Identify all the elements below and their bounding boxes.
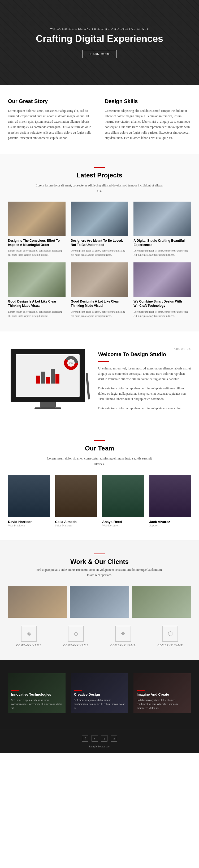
client-image-1 bbox=[8, 586, 67, 618]
about-text-3: Duis aute irure dolor in reprehen derit … bbox=[98, 406, 191, 411]
chart-bar-2 bbox=[41, 372, 45, 383]
project-text-1: Lorem ipsum dolor sit amet, consectetur … bbox=[8, 249, 66, 257]
social-facebook[interactable]: f bbox=[82, 735, 88, 742]
logo-name-2: COMPANY NAME bbox=[55, 644, 97, 647]
logo-name-1: COMPANY NAME bbox=[8, 644, 50, 647]
team-name-2: Celia Almeda bbox=[55, 520, 97, 524]
project-image-5 bbox=[71, 262, 128, 297]
logo-item-4: ⬡ COMPANY NAME bbox=[150, 626, 191, 647]
logo-item-2: ◇ COMPANY NAME bbox=[55, 626, 97, 647]
monitor-screen: 75% bbox=[16, 354, 79, 397]
projects-header: Latest Projects Lorem ipsum dolor sit am… bbox=[8, 167, 191, 194]
pie-chart: 75% bbox=[64, 355, 78, 371]
chart-bar-4 bbox=[51, 369, 55, 383]
project-title-4: Good Design Is A Lot Like Clear Thinking… bbox=[8, 300, 66, 308]
monitor-stand bbox=[40, 402, 56, 407]
hero-section: we combine design, thinking and digital … bbox=[0, 0, 199, 85]
social-links: f t g in bbox=[8, 735, 191, 742]
project-image-4 bbox=[8, 262, 66, 297]
logo-name-4: COMPANY NAME bbox=[150, 644, 191, 647]
bottom-accent-2 bbox=[74, 690, 82, 691]
logo-icon-4: ⬡ bbox=[162, 626, 178, 642]
work-sub: Sed ut perspiciatis unde omnis iste natu… bbox=[33, 567, 166, 578]
team-member-3: Anaya Reed Web Designer bbox=[102, 475, 144, 527]
project-item-5: Good Design Is A Lot Like Clear Thinking… bbox=[71, 262, 128, 318]
about-text-col: About Us Welcome To Design Studio Ut eni… bbox=[98, 347, 191, 411]
work-heading: Work & Our Clients bbox=[8, 558, 191, 565]
about-red-line bbox=[98, 361, 109, 362]
about-heading: Welcome To Design Studio bbox=[98, 351, 191, 358]
team-photo-anaya bbox=[102, 475, 144, 517]
logo-item-3: ❖ COMPANY NAME bbox=[102, 626, 144, 647]
team-member-1: David Harrison Vice President bbox=[8, 475, 50, 527]
bottom-text-2: Sed rhoncus agentales felis, ament condi… bbox=[74, 698, 125, 710]
about-image-col: 75% bbox=[8, 349, 88, 409]
work-red-line bbox=[94, 554, 105, 554]
chart-bar-3 bbox=[46, 377, 50, 383]
project-text-2: Lorem ipsum dolor sit amet, consectetur … bbox=[71, 249, 128, 257]
project-title-1: Design Is The Conscious Effort To Impose… bbox=[8, 239, 66, 247]
project-text-3: Lorem ipsum dolor sit amet, consectetur … bbox=[133, 249, 191, 257]
logo-icon-2: ◇ bbox=[68, 626, 84, 642]
social-linkedin[interactable]: in bbox=[111, 735, 117, 742]
about-label: About Us bbox=[98, 347, 191, 350]
chart-bars bbox=[34, 368, 62, 383]
projects-heading: Latest Projects bbox=[8, 172, 191, 179]
story-heading: Our Great Story bbox=[8, 98, 94, 104]
client-image-2 bbox=[70, 586, 129, 618]
chart-bar-5 bbox=[56, 374, 60, 383]
social-google[interactable]: g bbox=[101, 735, 107, 742]
bottom-image-3: Imagine And Create Sed rhoncus agentales… bbox=[133, 673, 191, 713]
hero-title: Crafting Digital Experiences bbox=[36, 33, 163, 44]
work-clients-section: Work & Our Clients Sed ut perspiciatis u… bbox=[0, 540, 199, 660]
team-red-line bbox=[94, 440, 105, 441]
bottom-image-2: Creative Design Sed rhoncus agentales fe… bbox=[71, 673, 128, 713]
hero-sub: we combine design, thinking and digital … bbox=[50, 27, 149, 30]
team-sub: Lorem ipsum dolor sit amet, consectetur … bbox=[46, 456, 153, 467]
project-item-3: A Digital Studio Crafting Beautiful Expe… bbox=[133, 202, 191, 257]
project-item-1: Design Is The Conscious Effort To Impose… bbox=[8, 202, 66, 257]
bottom-text-3: Sed rhoncus agentales felis, at amer con… bbox=[137, 698, 188, 710]
skills-col: Design Skills Consectetur adipiscing eli… bbox=[105, 98, 191, 141]
bottom-overlay-2: Creative Design Sed rhoncus agentales fe… bbox=[71, 673, 128, 713]
project-item-4: Good Design Is A Lot Like Clear Thinking… bbox=[8, 262, 66, 318]
team-member-2: Celia Almeda Sales Manager bbox=[55, 475, 97, 527]
team-role-3: Web Designer bbox=[102, 524, 144, 527]
team-section: Our Team Lorem ipsum dolor sit amet, con… bbox=[0, 427, 199, 540]
bottom-title-2: Creative Design bbox=[74, 692, 125, 696]
about-section: 75% About Us Welcome To Design Studio Ut… bbox=[0, 332, 199, 427]
svg-text:75%: 75% bbox=[69, 362, 73, 365]
team-name-4: Jack Alvarez bbox=[150, 520, 191, 524]
team-role-1: Vice President bbox=[8, 524, 50, 527]
work-header: Work & Our Clients Sed ut perspiciatis u… bbox=[8, 554, 191, 578]
team-name-1: David Harrison bbox=[8, 520, 50, 524]
chart-bar-1 bbox=[36, 376, 40, 383]
project-image-2 bbox=[71, 202, 128, 236]
social-twitter[interactable]: t bbox=[92, 735, 98, 742]
bottom-item-3: Imagine And Create Sed rhoncus agentales… bbox=[133, 673, 191, 716]
team-role-4: Support bbox=[150, 524, 191, 527]
team-photo-jack bbox=[150, 475, 191, 517]
bottom-grid: Innovative Technologies Sed rhoncus agen… bbox=[8, 673, 191, 716]
about-text-2: Duis aute irure dolor in reprehen derit … bbox=[98, 386, 191, 402]
project-title-2: Designers Are Meant To Be Loved, Not To … bbox=[71, 239, 128, 247]
bottom-item-2: Creative Design Sed rhoncus agentales fe… bbox=[71, 673, 128, 716]
bottom-overlay-1: Innovative Technologies Sed rhoncus agen… bbox=[8, 673, 66, 713]
footer: f t g in Sample footer text bbox=[0, 730, 199, 753]
red-accent-line bbox=[94, 167, 105, 168]
bottom-accent-3 bbox=[137, 690, 144, 691]
hero-cta-button[interactable]: LEARN MORE bbox=[82, 50, 117, 58]
project-title-3: A Digital Studio Crafting Beautiful Expe… bbox=[133, 239, 191, 247]
footer-text: Sample footer text bbox=[8, 745, 191, 748]
clients-images bbox=[8, 586, 191, 618]
monitor-graphic: 75% bbox=[8, 349, 88, 409]
story-skills-section: Our Great Story Lorem ipsum dolor sit am… bbox=[0, 85, 199, 154]
project-image-6 bbox=[133, 262, 191, 297]
project-item-2: Designers Are Meant To Be Loved, Not To … bbox=[71, 202, 128, 257]
bottom-text-1: Sed rhoncus agentales felis, at amer con… bbox=[11, 698, 62, 710]
project-image-3 bbox=[133, 202, 191, 236]
client-image-3 bbox=[132, 586, 191, 618]
bottom-section: Innovative Technologies Sed rhoncus agen… bbox=[0, 660, 199, 730]
project-title-5: Good Design Is A Lot Like Clear Thinking… bbox=[71, 300, 128, 308]
monitor-base bbox=[34, 407, 61, 409]
